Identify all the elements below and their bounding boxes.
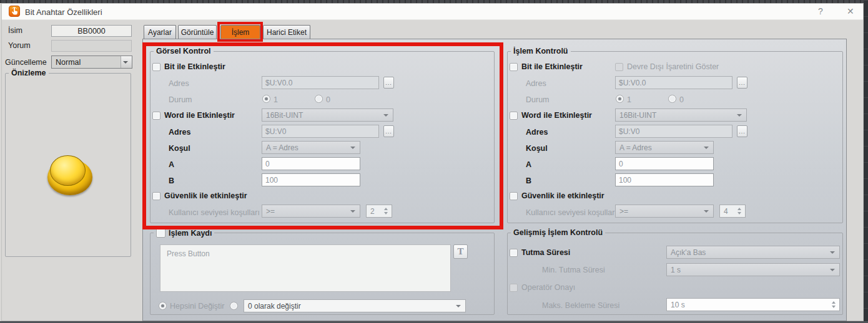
op-enable-security-checkbox[interactable]: [510, 192, 518, 200]
preview-title: Önizleme: [11, 69, 46, 77]
visual-condition-label: Koşul: [169, 144, 190, 153]
visual-condition-select[interactable]: A = Adres: [262, 141, 360, 154]
op-enable-bit-label: Bit ile Etkinleştir: [521, 62, 583, 72]
op-user-level-op: >=: [619, 207, 628, 216]
operation-log-text-area[interactable]: Press Button: [160, 244, 451, 292]
visual-b-label: B: [169, 176, 174, 186]
change-all-radio[interactable]: [159, 302, 167, 310]
visual-b-input[interactable]: 100: [262, 173, 360, 186]
visual-enable-word-label: Word ile Etkinleştir: [164, 111, 235, 120]
visual-word-type-select[interactable]: 16Bit-UINT: [262, 108, 393, 122]
advanced-control-title: Gelişmiş İşlem Kontrolü: [513, 228, 603, 237]
visual-user-level-op: >=: [266, 207, 275, 216]
max-wait-spinner[interactable]: 10 s: [666, 298, 840, 311]
op-enable-word-checkbox[interactable]: [510, 112, 518, 120]
op-b-label: B: [526, 176, 531, 186]
hold-time-value: Açık'a Bas: [671, 248, 706, 257]
visual-enable-word-checkbox[interactable]: [152, 112, 160, 120]
min-hold-label: Min. Tutma Süresi: [542, 266, 605, 275]
op-bit-address-input[interactable]: $U:V0.0: [615, 76, 732, 89]
visual-state-1-label: 1: [274, 95, 278, 105]
op-user-level-spinner[interactable]: 4: [719, 205, 746, 218]
op-a-input[interactable]: 0: [615, 157, 714, 170]
visual-user-level-spinner[interactable]: 2: [366, 205, 392, 218]
op-a-label: A: [526, 160, 531, 170]
op-state-1-radio[interactable]: [616, 95, 624, 103]
op-enable-word-label: Word ile Etkinleştir: [521, 111, 592, 120]
min-hold-select[interactable]: 1 s: [666, 263, 840, 276]
max-wait-label: Maks. Bekleme Süresi: [542, 301, 619, 311]
visual-bit-address-input[interactable]: $U:V0.0: [262, 76, 379, 89]
operator-confirm-checkbox[interactable]: [510, 284, 518, 292]
name-input[interactable]: BB0000: [51, 25, 132, 37]
change-to-radio[interactable]: [230, 302, 238, 310]
tab-ayarlar[interactable]: Ayarlar: [144, 25, 176, 39]
op-bit-address-browse-button[interactable]: ...: [737, 77, 747, 89]
op-condition-label: Koşul: [526, 144, 548, 153]
op-show-disabled-label: Devre Dışı İşaretini Göster: [627, 62, 719, 72]
bit-switch-properties-dialog: Bit Anahtar Özellikleri ? ✕ İsim BB0000 …: [0, 0, 868, 323]
tab-goruntule[interactable]: Görüntüle: [178, 25, 217, 39]
visual-enable-bit-label: Bit ile Etkinleştir: [164, 62, 225, 72]
hold-time-select[interactable]: Açık'a Bas: [666, 246, 840, 259]
op-word-address-label: Adres: [526, 128, 548, 137]
name-label: İsim: [8, 26, 22, 36]
op-state-label: Durum: [526, 95, 550, 105]
op-state-0-radio[interactable]: [668, 95, 676, 103]
op-state-0-label: 0: [679, 95, 684, 105]
visual-enable-bit-checkbox[interactable]: [152, 63, 160, 71]
visual-condition-value: A = Adres: [266, 143, 298, 152]
tab-islem[interactable]: İşlem: [220, 25, 260, 39]
op-state-1-label: 1: [627, 95, 631, 105]
visual-bit-address-label: Adres: [169, 79, 189, 89]
titlebar: [1, 3, 864, 20]
hold-time-checkbox[interactable]: [510, 249, 518, 257]
visual-word-address-browse-button[interactable]: ...: [383, 125, 394, 137]
op-condition-value: A = Adres: [619, 143, 652, 152]
window-title: Bit Anahtar Özellikleri: [25, 7, 102, 17]
visual-user-level-select[interactable]: >=: [262, 205, 360, 218]
op-word-type-select[interactable]: 16Bit-UINT: [615, 108, 747, 122]
visual-bit-address-browse-button[interactable]: ...: [383, 77, 394, 89]
close-button[interactable]: ✕: [847, 7, 854, 16]
operation-log-title: İşlem Kaydı: [169, 229, 212, 238]
comment-label: Yorum: [8, 41, 31, 51]
visual-a-input[interactable]: 0: [262, 157, 360, 170]
update-label: Güncelleme: [5, 58, 47, 67]
op-enable-bit-checkbox[interactable]: [510, 63, 518, 71]
visual-user-level-label: Kullanıcı seviyesi koşulları: [169, 208, 260, 218]
op-user-level-select[interactable]: >=: [615, 205, 714, 218]
change-to-select[interactable]: 0 olarak değiştir: [244, 299, 466, 312]
op-b-input[interactable]: 100: [615, 173, 714, 186]
op-bit-address-label: Adres: [526, 79, 546, 89]
visual-word-address-input[interactable]: $U:V0: [262, 125, 379, 138]
op-word-address-input[interactable]: $U:V0: [615, 125, 732, 138]
op-condition-select[interactable]: A = Adres: [615, 141, 714, 154]
change-to-value: 0 olarak değiştir: [248, 302, 301, 311]
visual-user-level-value: 2: [370, 207, 375, 216]
visual-state-1-radio[interactable]: [262, 95, 270, 103]
background-app-right-edge: [864, 0, 868, 323]
visual-enable-security-checkbox[interactable]: [152, 192, 160, 200]
operation-log-checkbox[interactable]: [156, 228, 165, 238]
tab-harici-etiket[interactable]: Harici Etiket: [263, 25, 310, 39]
op-user-level-label: Kullanıcı seviyesi koşulları: [526, 208, 617, 218]
visual-word-type-value: 16Bit-UINT: [266, 111, 303, 120]
help-button[interactable]: ?: [818, 7, 823, 16]
comment-input[interactable]: [51, 40, 132, 52]
visual-word-address-label: Adres: [169, 128, 190, 137]
max-wait-value: 10 s: [671, 301, 685, 309]
font-button[interactable]: T: [453, 244, 468, 259]
update-select[interactable]: Normal: [51, 55, 132, 69]
push-button-preview-cap: [50, 155, 86, 186]
app-icon: [9, 6, 20, 17]
op-show-disabled-checkbox[interactable]: [615, 63, 623, 71]
op-word-address-browse-button[interactable]: ...: [737, 125, 747, 137]
operation-control-title: İşlem Kontrolü: [513, 47, 568, 55]
hold-time-label: Tutma Süresi: [521, 248, 570, 258]
visual-state-label: Durum: [169, 95, 192, 105]
visual-control-title: Görsel Kontrol: [156, 47, 211, 55]
visual-state-0-radio[interactable]: [315, 95, 323, 103]
operator-confirm-label: Operatör Onayı: [521, 283, 575, 292]
op-user-level-value: 4: [724, 207, 728, 216]
